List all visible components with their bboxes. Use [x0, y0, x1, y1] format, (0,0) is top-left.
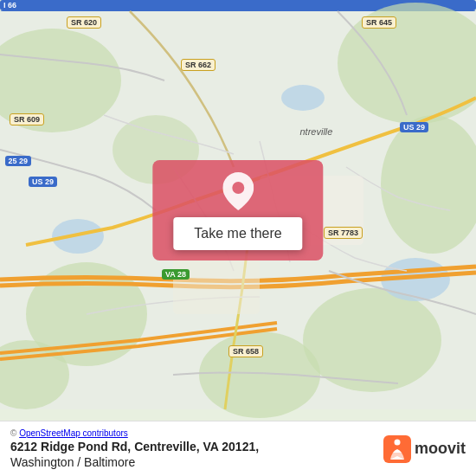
svg-point-11: [281, 85, 325, 111]
svg-point-16: [394, 439, 400, 445]
take-me-there-button[interactable]: Take me there: [173, 217, 302, 250]
moovit-text: moovit: [415, 440, 466, 458]
osm-link[interactable]: OpenStreetMap contributors: [19, 428, 128, 438]
osm-credit: © OpenStreetMap contributors: [10, 428, 259, 438]
address-section: © OpenStreetMap contributors 6212 Ridge …: [10, 428, 259, 469]
road-sign-sr620: SR 620: [67, 16, 101, 29]
osm-text: ©: [10, 428, 19, 438]
road-sign-us29-right: US 29: [400, 122, 428, 132]
road-sign-sr7783: SR 7783: [324, 227, 363, 239]
road-sign-sr609: SR 609: [10, 113, 44, 125]
road-sign-sr658: SR 658: [228, 345, 263, 357]
address-line2: Washington / Baltimore: [10, 455, 259, 469]
location-pin-icon: [221, 174, 255, 209]
road-sign-va28: VA 28: [162, 269, 190, 280]
app-container: SR 620 SR 645 SR 662 I 66 SR 609 US 29 2…: [0, 0, 476, 476]
address-line1: 6212 Ridge Pond Rd, Centreville, VA 2012…: [10, 440, 259, 453]
road-sign-sr662: SR 662: [181, 59, 215, 71]
road-sign-25-29: 25 29: [5, 156, 32, 166]
bottom-bar: © OpenStreetMap contributors 6212 Ridge …: [0, 421, 476, 476]
svg-rect-13: [173, 254, 260, 314]
map-area: SR 620 SR 645 SR 662 I 66 SR 609 US 29 2…: [0, 0, 476, 421]
button-container: Take me there: [152, 160, 323, 261]
moovit-logo-icon: [383, 435, 411, 463]
road-sign-sr645: SR 645: [362, 16, 396, 29]
svg-point-14: [232, 182, 244, 194]
moovit-logo[interactable]: moovit: [383, 435, 466, 463]
town-label-centreville: ntreville: [300, 126, 333, 137]
road-sign-us29-left: US 29: [29, 177, 57, 187]
